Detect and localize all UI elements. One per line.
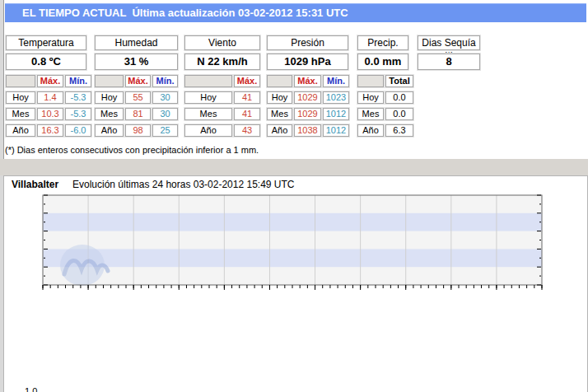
row-label-cell: Mes <box>357 108 384 120</box>
station-name: Villabalter <box>12 179 58 190</box>
value-cell: 1023 <box>323 91 349 104</box>
column-header-cell: Máx. <box>37 75 63 87</box>
value-cell: -6.0 <box>65 124 91 137</box>
value-cell: 98 <box>125 124 151 137</box>
corner-cell <box>6 75 35 87</box>
row-label-cell: Hoy <box>267 91 292 104</box>
row-label-cell: Hoy <box>95 91 124 104</box>
section-divider <box>0 159 588 175</box>
value-cell: 30 <box>152 91 178 104</box>
row-label-cell: Hoy <box>184 91 232 104</box>
row-label-cell: Año <box>95 124 124 137</box>
banner-title: EL TIEMPO ACTUAL <box>22 7 126 19</box>
row-label-cell: Hoy <box>6 91 35 104</box>
value-cell: 1012 <box>323 124 349 137</box>
value-cell: 0.0 <box>385 108 413 120</box>
value-cell: 1029 <box>294 108 321 120</box>
drought-footnote: (*) Dias enteros consecutivos con precip… <box>5 145 259 155</box>
value-cell: 41 <box>234 108 260 120</box>
panel-title-presion: Presión <box>267 35 348 50</box>
corner-cell <box>95 75 124 87</box>
page-banner: EL TIEMPO ACTUALÚltima actualización 03-… <box>5 3 586 22</box>
row-label-cell: Año <box>267 124 292 137</box>
chart-subtitle: Evolución últimas 24 horas 03-02-2012 15… <box>72 179 294 190</box>
row-label-cell: Año <box>357 124 384 137</box>
row-label-cell: Año <box>6 124 35 137</box>
row-label-cell: Mes <box>6 108 35 120</box>
panel-title-dias-sequia: Dias Sequía (*) <box>418 35 480 50</box>
column-header-cell: Mín. <box>65 75 91 87</box>
current-humidity: 31 % <box>95 54 178 70</box>
chart-panel <box>3 175 588 392</box>
value-cell: 0.0 <box>385 91 413 104</box>
value-cell: 30 <box>152 108 178 120</box>
panel-title-humedad: Humedad <box>95 35 178 50</box>
row-label-cell: Mes <box>95 108 124 120</box>
current-pressure: 1029 hPa <box>267 54 348 70</box>
cut-axis-label: 1.0 <box>25 386 37 392</box>
value-cell: 55 <box>125 91 151 104</box>
panel-title-precip: Precip. <box>357 35 408 50</box>
value-cell: 10.3 <box>37 108 63 120</box>
value-cell: 1029 <box>294 91 321 104</box>
value-cell: -5.3 <box>65 91 91 104</box>
current-precip: 0.0 mm <box>357 54 408 70</box>
current-temperature: 0.8 ºC <box>6 54 86 70</box>
row-label-cell: Año <box>184 124 232 137</box>
value-cell: 1038 <box>294 124 321 137</box>
column-header-cell: Máx. <box>125 75 151 87</box>
value-cell: 1.4 <box>37 91 63 104</box>
value-cell: 81 <box>125 108 151 120</box>
current-wind: N 22 km/h <box>184 54 260 70</box>
current-drought-days: 8 <box>418 54 480 70</box>
column-header-cell: Mín. <box>152 75 178 87</box>
corner-cell <box>267 75 292 87</box>
weather-page: { "banner": { "left": "EL TIEMPO ACTUAL"… <box>0 0 588 392</box>
panel-title-temperatura: Temperatura <box>6 35 86 50</box>
value-cell: 1012 <box>323 108 349 120</box>
row-label-cell: Mes <box>267 108 292 120</box>
row-label-cell: Hoy <box>357 91 384 104</box>
banner-update-time: Última actualización 03-02-2012 15:31 UT… <box>132 7 348 19</box>
corner-cell <box>357 75 384 87</box>
value-cell: 16.3 <box>37 124 63 137</box>
value-cell: 6.3 <box>385 124 413 137</box>
column-header-cell: Máx. <box>294 75 321 87</box>
value-cell: 41 <box>234 91 260 104</box>
panel-title-viento: Viento <box>184 35 260 50</box>
column-header-cell: Máx. <box>234 75 260 87</box>
column-header-cell: Mín. <box>323 75 349 87</box>
column-header-cell: Total <box>385 75 413 87</box>
value-cell: 25 <box>152 124 178 137</box>
row-label-cell: Mes <box>184 108 232 120</box>
value-cell: 43 <box>234 124 260 137</box>
corner-cell <box>184 75 232 87</box>
value-cell: -5.3 <box>65 108 91 120</box>
